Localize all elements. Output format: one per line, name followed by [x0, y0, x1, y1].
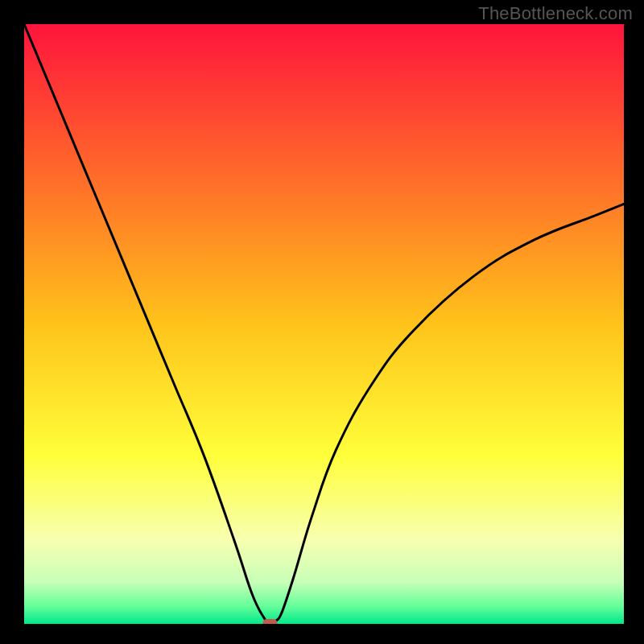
- optimum-marker: [262, 619, 277, 624]
- watermark-text: TheBottleneck.com: [478, 3, 633, 24]
- plot-background: [24, 24, 624, 624]
- chart-frame: TheBottleneck.com: [0, 0, 644, 644]
- bottleneck-chart: [24, 24, 624, 624]
